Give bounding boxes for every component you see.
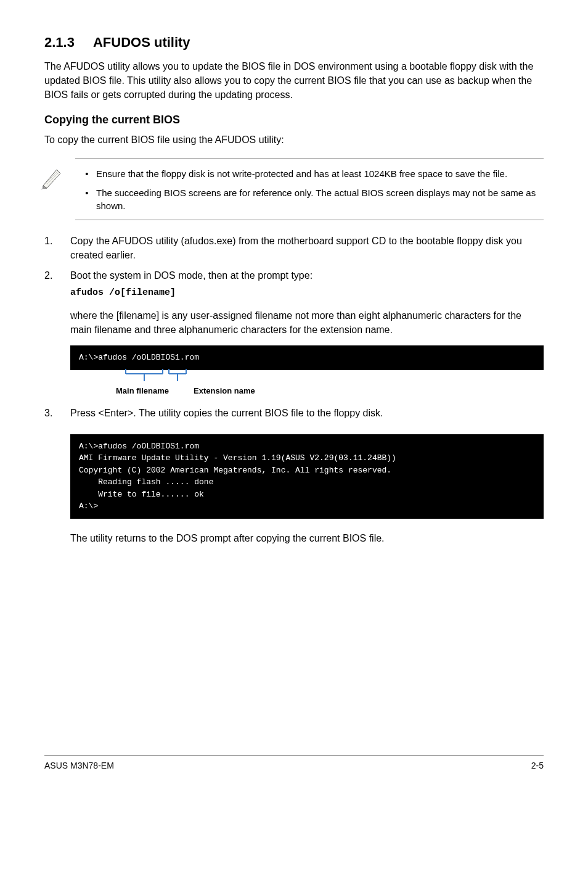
note-item: • Ensure that the floppy disk is not wri… <box>78 167 541 180</box>
subsection-lead: To copy the current BIOS file using the … <box>44 133 544 147</box>
note-item: • The succeeding BIOS screens are for re… <box>78 186 541 212</box>
where-paragraph: where the [filename] is any user-assigne… <box>70 308 544 337</box>
note-text: The succeeding BIOS screens are for refe… <box>96 186 541 212</box>
main-filename-label: Main filename <box>116 386 169 395</box>
bullet-icon: • <box>78 186 96 212</box>
step-text: Press <Enter>. The utility copies the cu… <box>70 406 544 420</box>
note-text: Ensure that the floppy disk is not write… <box>96 167 507 180</box>
step-item: 1. Copy the AFUDOS utility (afudos.exe) … <box>44 234 544 262</box>
step-item: 2. Boot the system in DOS mode, then at … <box>44 268 544 300</box>
post-paragraph: The utility returns to the DOS prompt af… <box>70 531 544 545</box>
filename-diagram: Main filename Extension name <box>70 371 544 402</box>
step-number: 2. <box>44 268 70 300</box>
extension-label: Extension name <box>194 386 255 395</box>
intro-paragraph: The AFUDOS utility allows you to update … <box>44 59 544 102</box>
terminal-output: A:\>afudos /oOLDBIOS1.rom AMI Firmware U… <box>70 434 544 519</box>
bullet-icon: • <box>78 167 96 180</box>
footer-right: 2-5 <box>531 761 544 770</box>
terminal-output: A:\>afudos /oOLDBIOS1.rom <box>70 345 544 370</box>
page-footer: ASUS M3N78-EM 2-5 <box>44 755 544 770</box>
step-text: Copy the AFUDOS utility (afudos.exe) fro… <box>70 234 544 262</box>
subsection-heading: Copying the current BIOS <box>44 113 544 126</box>
step-text: Boot the system in DOS mode, then at the… <box>70 270 312 281</box>
step-number: 1. <box>44 234 70 262</box>
step-item: 3. Press <Enter>. The utility copies the… <box>44 406 544 420</box>
section-number: 2.1.3 <box>44 35 75 51</box>
footer-left: ASUS M3N78-EM <box>44 761 114 770</box>
section-heading: 2.1.3 AFUDOS utility <box>44 35 544 51</box>
code-command: afudos /o[filename] <box>70 286 544 300</box>
pencil-icon <box>41 165 65 189</box>
note-box: • Ensure that the floppy disk is not wri… <box>75 158 544 220</box>
step-number: 3. <box>44 406 70 420</box>
section-title: AFUDOS utility <box>93 35 190 51</box>
